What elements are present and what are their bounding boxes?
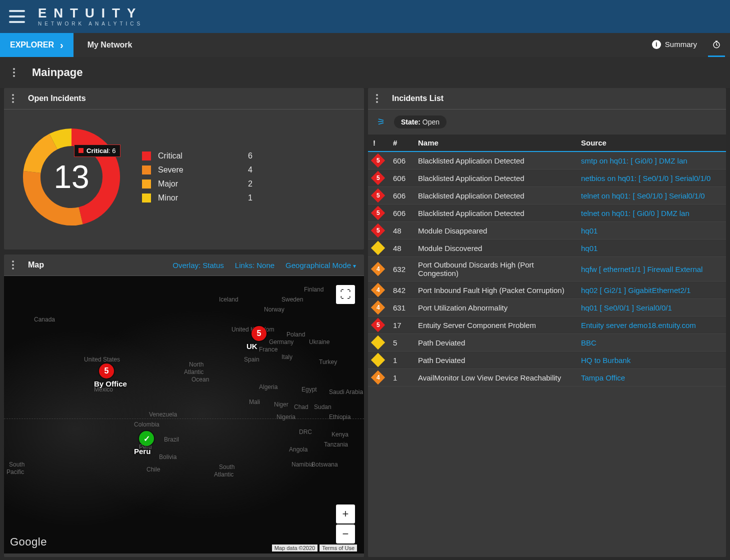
- map-marker[interactable]: 5: [252, 326, 266, 341]
- panel-map-title: Map: [28, 260, 44, 270]
- incident-number: 48: [388, 240, 413, 257]
- table-row[interactable]: 5606Blacklisted Application Detectedsmtp…: [368, 152, 726, 170]
- incident-name: Blacklisted Application Detected: [413, 187, 576, 204]
- map-marker[interactable]: ✓: [139, 431, 154, 446]
- map-attribution: Map data ©2020 Terms of Use: [272, 544, 357, 552]
- incident-source-link[interactable]: BBC: [581, 338, 596, 347]
- tab-summary[interactable]: i Summary: [648, 33, 701, 57]
- map-label: Sudan: [314, 404, 332, 410]
- panel-open-incidents: Open Incidents 13 Critical: 6 Critical6S…: [4, 88, 364, 250]
- map-label: Venezuela: [149, 411, 177, 418]
- panel-incidents-list-title: Incidents List: [392, 94, 444, 103]
- severity-icon: 4: [371, 262, 385, 276]
- incident-number: 606: [388, 152, 413, 170]
- map-mode-select[interactable]: Geographical Mode▾: [286, 261, 356, 270]
- table-row[interactable]: 517Entuity Server Component ProblemEntui…: [368, 316, 726, 334]
- map-label: Mali: [249, 398, 260, 406]
- map-overlay-select[interactable]: Overlay: Status: [172, 261, 224, 270]
- panel-map-menu-icon[interactable]: [12, 260, 20, 270]
- table-row[interactable]: 48Module Discoveredhq01: [368, 240, 726, 257]
- legend-row[interactable]: Major2: [142, 180, 349, 188]
- chevron-right-icon: ›: [60, 40, 64, 51]
- legend-swatch: [142, 180, 151, 188]
- incident-source-link[interactable]: hq01: [581, 226, 598, 235]
- map-label: Saudi Arabia: [329, 388, 363, 396]
- severity-icon: 5: [371, 224, 385, 238]
- col-header-name[interactable]: Name: [413, 134, 576, 152]
- map-marker-caption: By Office: [94, 380, 127, 388]
- tab-summary-label: Summary: [665, 40, 697, 48]
- incident-source-link[interactable]: HQ to Burbank: [581, 356, 630, 364]
- incident-source-link[interactable]: telnet on hq01: [ Gi0/0 ] DMZ lan: [581, 209, 690, 218]
- incident-number: 842: [388, 282, 413, 299]
- map-label: Sweden: [282, 296, 303, 303]
- terms-link[interactable]: Terms of Use: [320, 544, 357, 552]
- severity-icon: 5: [371, 171, 385, 185]
- filter-chip-state[interactable]: State: Open: [394, 116, 446, 128]
- incident-number: 632: [388, 257, 413, 282]
- incident-source-link[interactable]: Entuity server demo18.entuity.com: [581, 321, 696, 330]
- zoom-in-button[interactable]: +: [336, 504, 355, 524]
- incident-source-link[interactable]: hq01: [581, 244, 598, 252]
- table-row[interactable]: 5606Blacklisted Application Detectednetb…: [368, 170, 726, 187]
- map-label: Finland: [304, 286, 324, 293]
- map-label: Germany: [269, 338, 294, 346]
- table-row[interactable]: 4842Port Inbound Fault High (Packet Corr…: [368, 282, 726, 299]
- zoom-out-button[interactable]: −: [336, 524, 355, 544]
- map-label: South: [9, 461, 24, 468]
- map-label: Italy: [282, 354, 292, 360]
- table-row[interactable]: 5606Blacklisted Application Detectedteln…: [368, 204, 726, 222]
- explorer-button[interactable]: EXPLORER ›: [0, 33, 74, 57]
- table-row[interactable]: 1Path DeviatedHQ to Burbank: [368, 352, 726, 369]
- panel-open-incidents-menu-icon[interactable]: [12, 94, 20, 103]
- brand-name: ENTUITY: [38, 6, 143, 20]
- map-label: Turkey: [319, 358, 337, 366]
- panel-map: Map Overlay: Status Links: None Geograph…: [4, 254, 364, 557]
- map-marker-caption: Peru: [134, 447, 150, 456]
- incident-number: 631: [388, 299, 413, 316]
- fullscreen-button[interactable]: ⛶: [336, 285, 355, 304]
- incident-source-link[interactable]: telnet on hq01: [ Se0/1/0 ] Serial0/1/0: [581, 192, 705, 200]
- hamburger-menu-icon[interactable]: [9, 10, 25, 23]
- table-row[interactable]: 548Module Disappearedhq01: [368, 222, 726, 240]
- table-row[interactable]: 5Path DeviatedBBC: [368, 334, 726, 352]
- map-links-select[interactable]: Links: None: [235, 261, 274, 270]
- map-label: France: [259, 346, 278, 353]
- incident-source-link[interactable]: hq02 [ Gi2/1 ] GigabitEthernet2/1: [581, 286, 690, 294]
- table-row[interactable]: 41AvailMonitor Low View Device Reachabil…: [368, 369, 726, 386]
- filter-icon[interactable]: ⚞: [377, 116, 385, 128]
- incident-source-link[interactable]: Tampa Office: [581, 374, 625, 382]
- map-canvas[interactable]: ⛶ + − Google Map data ©2020 Terms of Use…: [4, 276, 364, 554]
- incident-source-link[interactable]: hqfw [ ethernet1/1 ] Firewall External: [581, 265, 702, 274]
- incident-source-link[interactable]: hq01 [ Se0/0/1 ] Serial0/0/1: [581, 304, 672, 312]
- incident-source-link[interactable]: netbios on hq01: [ Se0/1/0 ] Serial0/1/0: [581, 174, 710, 182]
- col-header-severity[interactable]: !: [368, 134, 388, 152]
- legend-label: Severe: [158, 166, 248, 174]
- map-label: Egypt: [302, 386, 317, 393]
- legend-row[interactable]: Severe4: [142, 166, 349, 174]
- incident-name: Blacklisted Application Detected: [413, 204, 576, 222]
- col-header-number[interactable]: #: [388, 134, 413, 152]
- incident-name: Path Deviated: [413, 352, 576, 369]
- legend-row[interactable]: Critical6: [142, 152, 349, 160]
- incident-source-link[interactable]: smtp on hq01: [ Gi0/0 ] DMZ lan: [581, 156, 688, 165]
- panel-incidents-list-menu-icon[interactable]: [376, 94, 384, 103]
- table-row[interactable]: 4631Port Utilization Abnormalityhq01 [ S…: [368, 299, 726, 316]
- page-menu-icon[interactable]: [13, 68, 21, 77]
- map-label: Pacific: [6, 468, 24, 476]
- incident-name: Blacklisted Application Detected: [413, 170, 576, 187]
- col-header-source[interactable]: Source: [576, 134, 726, 152]
- tooltip-swatch: [78, 148, 84, 153]
- incident-name: Module Disappeared: [413, 222, 576, 240]
- breadcrumb[interactable]: My Network: [74, 40, 146, 50]
- map-marker[interactable]: 5: [99, 364, 114, 378]
- table-row[interactable]: 5606Blacklisted Application Detectedteln…: [368, 187, 726, 204]
- legend-row[interactable]: Minor1: [142, 194, 349, 202]
- table-row[interactable]: 4632Port Outbound Discards High (Port Co…: [368, 257, 726, 282]
- tab-clock[interactable]: [708, 33, 725, 57]
- chevron-down-icon: ▾: [353, 262, 356, 270]
- incident-name: Entuity Server Component Problem: [413, 316, 576, 334]
- severity-icon: [371, 353, 385, 367]
- incidents-donut-chart[interactable]: 13 Critical: 6: [19, 124, 124, 230]
- legend-label: Minor: [158, 194, 248, 202]
